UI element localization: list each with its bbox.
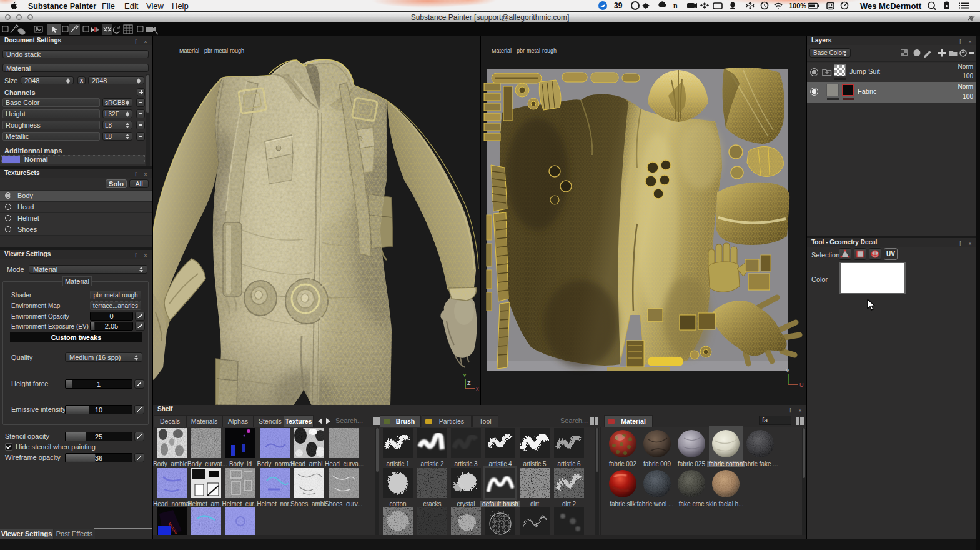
svg-text:Y: Y xyxy=(463,372,467,379)
svg-text:U: U xyxy=(799,382,804,388)
svg-text:n: n xyxy=(673,1,678,10)
svg-text:Z: Z xyxy=(467,380,471,386)
svg-text:V: V xyxy=(786,368,789,374)
svg-text:x: x xyxy=(476,386,479,392)
